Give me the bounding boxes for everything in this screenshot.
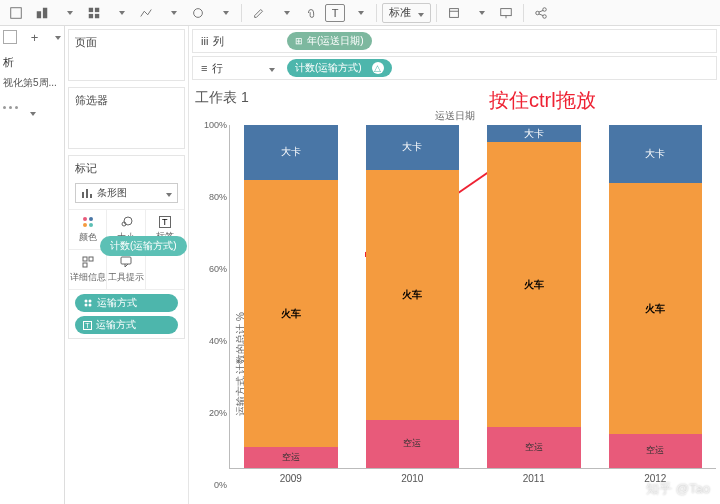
svg-rect-1 — [37, 11, 41, 18]
bar-segment[interactable]: 大卡 — [244, 125, 338, 180]
text-icon[interactable]: T — [325, 4, 345, 22]
square-icon[interactable] — [3, 30, 17, 44]
data-pane: + 析 视化第5周... — [0, 26, 65, 504]
svg-point-7 — [194, 8, 203, 17]
toolbar-btn[interactable] — [4, 2, 28, 24]
attachment-icon[interactable] — [299, 2, 323, 24]
plus-icon[interactable]: + — [31, 30, 39, 45]
y-tick: 0% — [214, 480, 227, 490]
marks-detail[interactable]: 详细信息 — [69, 250, 107, 290]
sheet-title[interactable]: 工作表 1 — [195, 89, 716, 107]
toolbar-dropdown[interactable] — [56, 2, 80, 24]
x-tick: 2010 — [352, 473, 474, 484]
filters-shelf[interactable]: 筛选器 — [68, 87, 185, 149]
toolbar-dropdown[interactable] — [347, 2, 371, 24]
toolbar-dropdown[interactable] — [468, 2, 492, 24]
marks-field-pill[interactable]: 运输方式 — [75, 294, 178, 312]
tooltip-icon — [119, 255, 133, 269]
svg-point-33 — [89, 304, 92, 307]
bar-segment[interactable]: 火车 — [244, 180, 338, 448]
y-tick: 100% — [204, 120, 227, 130]
y-axis: 运输方式 计数的总计 % 0%20%40%60%80%100% — [193, 125, 229, 485]
bar-segment[interactable]: 火车 — [609, 183, 703, 433]
y-tick: 80% — [209, 192, 227, 202]
toolbar-btn[interactable] — [134, 2, 158, 24]
rows-field-pill[interactable]: 计数(运输方式) △ — [287, 59, 392, 77]
bar-segment[interactable]: 空运 — [244, 447, 338, 468]
toolbar-btn[interactable] — [442, 2, 466, 24]
menu-dots-icon[interactable] — [3, 106, 61, 118]
svg-rect-19 — [90, 194, 92, 198]
toolbar-btn[interactable] — [82, 2, 106, 24]
y-tick: 20% — [209, 408, 227, 418]
toolbar-dropdown[interactable] — [108, 2, 132, 24]
bar-chart-icon — [81, 187, 93, 199]
worksheet-view: 工作表 1 按住ctrl拖放 运送日期 运输方式 计数的总计 % 0%20%40… — [189, 83, 720, 504]
svg-rect-5 — [89, 13, 93, 17]
columns-shelf[interactable]: iii列 ⊞ 年(运送日期) — [192, 29, 717, 53]
share-icon[interactable] — [529, 2, 553, 24]
svg-point-25 — [124, 217, 132, 225]
bar-segment[interactable]: 火车 — [366, 170, 460, 420]
svg-point-32 — [85, 304, 88, 307]
bar-segment[interactable]: 空运 — [487, 427, 581, 468]
dropdown-caret-icon[interactable] — [52, 30, 61, 45]
bar-segment[interactable]: 大卡 — [609, 125, 703, 183]
svg-rect-27 — [89, 257, 93, 261]
chart-plot[interactable]: 空运火车大卡空运火车大卡空运火车大卡空运火车大卡 200920102011201… — [229, 125, 716, 469]
toolbar-dropdown[interactable] — [212, 2, 236, 24]
bar-segment[interactable]: 大卡 — [366, 125, 460, 170]
dragging-pill[interactable]: 计数(运输方式) — [100, 236, 187, 256]
columns-field-pill[interactable]: ⊞ 年(运送日期) — [287, 32, 372, 50]
toolbar-dropdown[interactable] — [160, 2, 184, 24]
presentation-icon[interactable] — [494, 2, 518, 24]
bar-segment[interactable]: 空运 — [366, 420, 460, 468]
svg-point-22 — [83, 223, 87, 227]
svg-rect-4 — [95, 7, 99, 11]
y-tick: 40% — [209, 336, 227, 346]
toolbar-btn[interactable] — [30, 2, 54, 24]
pages-shelf[interactable]: 页面 — [68, 29, 185, 81]
bar-segment[interactable]: 大卡 — [487, 125, 581, 142]
toolbar-dropdown[interactable] — [273, 2, 297, 24]
pencil-icon[interactable] — [247, 2, 271, 24]
svg-point-30 — [85, 300, 88, 303]
bar-column[interactable]: 空运火车大卡 — [595, 125, 717, 468]
svg-line-15 — [539, 10, 543, 12]
marks-tooltip[interactable]: 工具提示 — [107, 250, 145, 290]
color-icon — [81, 215, 95, 229]
svg-rect-18 — [86, 189, 88, 198]
svg-point-20 — [83, 217, 87, 221]
svg-point-21 — [89, 217, 93, 221]
annotation-text: 按住ctrl拖放 — [489, 87, 596, 114]
size-icon — [119, 215, 133, 229]
svg-rect-26 — [83, 257, 87, 261]
svg-rect-28 — [83, 263, 87, 267]
svg-rect-10 — [501, 8, 512, 15]
bar-column[interactable]: 空运火车大卡 — [473, 125, 595, 468]
svg-rect-2 — [43, 7, 47, 18]
marks-field-pill[interactable]: T 运输方式 — [75, 316, 178, 334]
rows-icon: ≡ — [201, 62, 207, 74]
bar-segment[interactable]: 火车 — [487, 142, 581, 427]
label-icon: T — [83, 321, 92, 330]
fit-dropdown[interactable]: 标准 — [382, 3, 431, 23]
cards-column: 页面 筛选器 标记 条形图 颜色 大小 — [65, 26, 189, 504]
svg-rect-29 — [121, 257, 131, 264]
bar-segment[interactable]: 空运 — [609, 434, 703, 468]
rows-shelf[interactable]: ≡行 计数(运输方式) △ — [192, 56, 717, 80]
svg-line-16 — [539, 13, 543, 15]
y-tick: 60% — [209, 264, 227, 274]
bar-column[interactable]: 空运火车大卡 — [352, 125, 474, 468]
detail-icon — [81, 255, 95, 269]
mark-type-dropdown[interactable]: 条形图 — [75, 183, 178, 203]
x-tick: 2011 — [473, 473, 595, 484]
axis-header: 运送日期 — [193, 109, 716, 123]
pane-title: 析 — [3, 51, 61, 74]
bar-column[interactable]: 空运火车大卡 — [230, 125, 352, 468]
top-toolbar: T 标准 — [0, 0, 720, 26]
svg-rect-6 — [95, 13, 99, 17]
toolbar-btn[interactable] — [186, 2, 210, 24]
warning-icon: △ — [372, 62, 384, 74]
svg-rect-8 — [450, 8, 459, 17]
